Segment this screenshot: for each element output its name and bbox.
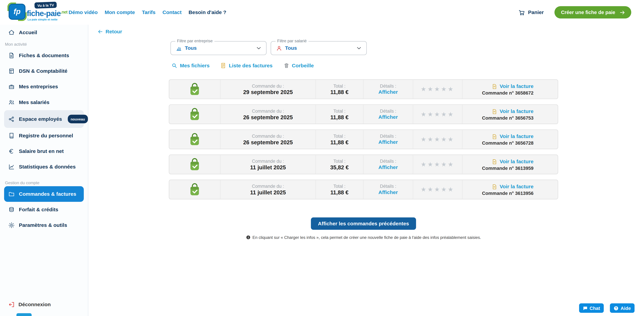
details-label: Détails : — [380, 83, 396, 88]
filter-salarie-label: Filtre par salarié — [276, 39, 308, 43]
total-value: 11,88 € — [330, 189, 348, 195]
liste-factures-link[interactable]: Liste des factures — [220, 62, 272, 69]
invoice-list-icon — [220, 62, 226, 69]
sidebar-item-label: Mes entreprises — [19, 83, 58, 90]
order-number-value: 3613956 — [515, 190, 534, 195]
date-value: 26 septembre 2025 — [243, 114, 293, 120]
sidebar-item-parametres-outils[interactable]: Paramètres & outils — [4, 217, 84, 233]
create-payslip-label: Créer une fiche de paie — [561, 10, 615, 15]
arrow-right-icon — [619, 9, 626, 16]
mes-fichiers-link[interactable]: Mes fichiers — [171, 62, 210, 69]
info-note: En cliquant sur « Charger les infos », c… — [169, 235, 558, 240]
filters: Filtre par entreprise Tous Filtre par sa… — [170, 41, 366, 55]
sidebar-item-espace-employes[interactable]: Espace employés nouveau — [4, 110, 84, 128]
sidebar-item-label: Mes salariés — [19, 99, 50, 106]
sidebar-item-label: Registre du personnel — [19, 132, 73, 139]
sidebar-item-label: DSN & Comptabilité — [19, 68, 68, 74]
total-value: 11,88 € — [330, 114, 348, 120]
bar-chart-icon — [176, 45, 182, 51]
order-invoice-cell: Voir la facture Commande n° 3656728 — [462, 130, 558, 149]
order-rating-cell: ★★★★★ — [413, 130, 462, 149]
nav-besoin-aide[interactable]: Besoin d'aide ? — [189, 10, 226, 15]
search-icon — [171, 62, 177, 69]
order-invoice-cell: Voir la facture Commande n° 3613956 — [462, 180, 558, 199]
order-total-cell: Total : 11,88 € — [316, 80, 364, 99]
star-rating[interactable]: ★★★★★ — [421, 186, 454, 193]
brand-logo[interactable]: fp Vu à la TV fiche-paie.net La paie sim… — [0, 0, 60, 25]
afficher-link[interactable]: Afficher — [378, 189, 398, 195]
voir-facture-link[interactable]: Voir la facture — [491, 83, 534, 89]
date-label: Commande du : — [252, 159, 284, 163]
load-more-button[interactable]: Afficher les commandes précédentes — [311, 217, 416, 230]
nav-mon-compte[interactable]: Mon compte — [105, 10, 135, 15]
order-number: Commande n° 3613959 — [482, 165, 534, 170]
voir-facture-link[interactable]: Voir la facture — [491, 133, 534, 139]
cart-button[interactable]: Panier — [518, 9, 544, 16]
brand-tagline: La paie simple et nette — [28, 18, 58, 21]
total-label: Total : — [334, 184, 346, 188]
order-rating-cell: ★★★★★ — [413, 180, 462, 199]
help-button[interactable]: Aide — [610, 303, 634, 313]
afficher-link[interactable]: Afficher — [378, 114, 398, 120]
star-rating[interactable]: ★★★★★ — [421, 136, 454, 143]
back-button[interactable]: Retour — [97, 29, 122, 35]
order-number-value: 3656753 — [515, 115, 534, 120]
sidebar-item-commandes-factures[interactable]: Commandes & factures — [4, 186, 84, 202]
order-row: Commande du : 11 juillet 2025 Total : 35… — [169, 155, 558, 174]
order-total-cell: Total : 11,88 € — [316, 180, 364, 199]
sidebar-item-mes-salaries[interactable]: Mes salariés — [4, 95, 84, 110]
sidebar-item-fiches-documents[interactable]: Fiches & documents — [4, 48, 84, 63]
filter-entreprise-select[interactable]: Filtre par entreprise Tous — [170, 41, 266, 55]
star-rating[interactable]: ★★★★★ — [421, 161, 454, 168]
voir-facture-label: Voir la facture — [500, 134, 534, 139]
logout-button[interactable]: Déconnexion — [8, 301, 51, 308]
order-row: Commande du : 29 septembre 2025 Total : … — [169, 79, 558, 99]
filter-salarie-select[interactable]: Filtre par salarié Tous — [270, 41, 367, 55]
sidebar-section-mon-activite: Mon activité — [5, 42, 83, 47]
invoice-icon — [491, 184, 497, 190]
nav-demo-video[interactable]: Démo vidéo — [69, 10, 98, 15]
sidebar-item-registre-personnel[interactable]: Registre du personnel — [4, 128, 84, 143]
liste-factures-label: Liste des factures — [229, 63, 272, 69]
help-label: Aide — [621, 306, 631, 310]
voir-facture-label: Voir la facture — [500, 159, 534, 164]
invoice-icon — [491, 108, 497, 114]
afficher-link[interactable]: Afficher — [378, 139, 398, 145]
total-label: Total : — [334, 133, 346, 138]
voir-facture-link[interactable]: Voir la facture — [491, 159, 534, 165]
topbar: fp Vu à la TV fiche-paie.net La paie sim… — [0, 0, 644, 25]
star-rating[interactable]: ★★★★★ — [421, 85, 454, 93]
sidebar-item-accueil[interactable]: Accueil — [4, 26, 84, 39]
total-label: Total : — [334, 83, 346, 88]
corbeille-link[interactable]: Corbeille — [283, 62, 314, 69]
voir-facture-link[interactable]: Voir la facture — [491, 108, 534, 114]
order-number-value: 3658672 — [515, 90, 534, 95]
order-details-cell: Détails : Afficher — [364, 180, 413, 199]
order-rating-cell: ★★★★★ — [413, 80, 462, 99]
date-label: Commande du : — [252, 133, 284, 138]
nav-tarifs[interactable]: Tarifs — [142, 10, 155, 15]
sidebar-item-mes-entreprises[interactable]: Mes entreprises — [4, 79, 84, 95]
logout-label: Déconnexion — [18, 302, 51, 307]
star-rating[interactable]: ★★★★★ — [421, 111, 454, 118]
voir-facture-link[interactable]: Voir la facture — [491, 184, 534, 190]
create-payslip-button[interactable]: Créer une fiche de paie — [554, 6, 631, 19]
sidebar-item-statistiques[interactable]: Statistiques & données — [4, 159, 84, 175]
nav-contact[interactable]: Contact — [162, 10, 182, 15]
sidebar-bottom-button-cutoff[interactable] — [16, 313, 32, 316]
sidebar-item-forfait-credits[interactable]: Forfait & crédits — [4, 202, 84, 217]
home-icon — [8, 29, 15, 36]
afficher-link[interactable]: Afficher — [378, 89, 398, 95]
sidebar-item-salaire-brut-net[interactable]: Salaire brut en net — [4, 143, 84, 159]
sidebar-item-dsn-comptabilite[interactable]: DSN & Comptabilité — [4, 63, 84, 79]
afficher-link[interactable]: Afficher — [378, 164, 398, 170]
order-date-cell: Commande du : 26 septembre 2025 — [220, 130, 316, 149]
invoice-icon — [491, 159, 497, 165]
total-value: 11,88 € — [330, 139, 348, 145]
sidebar-section-gestion-compte: Gestion du compte — [5, 180, 83, 185]
sidebar-item-label: Accueil — [19, 29, 37, 36]
invoice-icon — [491, 133, 497, 139]
order-icon-cell — [169, 130, 220, 149]
sidebar-item-label: Fiches & documents — [19, 52, 69, 59]
chat-button[interactable]: Chat — [579, 303, 604, 313]
